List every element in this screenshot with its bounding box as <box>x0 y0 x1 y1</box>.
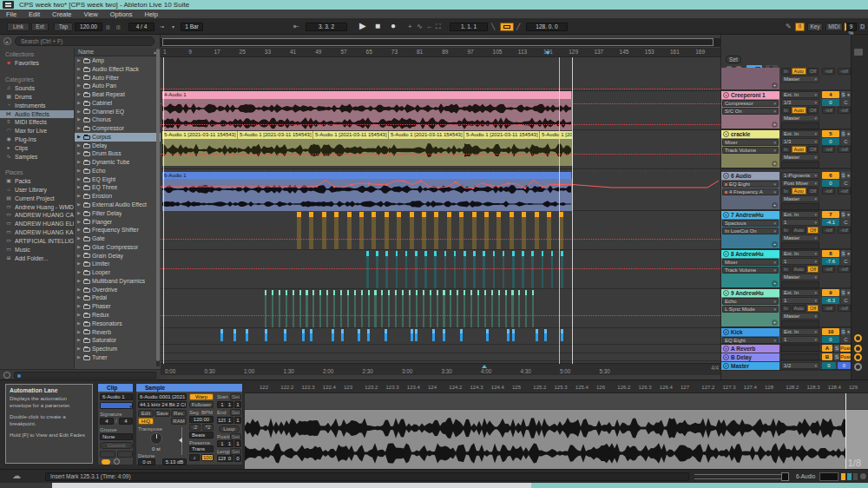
punch-in-icon[interactable]: ╲ <box>491 22 495 32</box>
add-lane-button[interactable]: + <box>772 280 778 287</box>
fold-icon[interactable]: ▾ <box>723 329 729 335</box>
menu-edit[interactable]: Edit <box>23 10 46 19</box>
device-list-header[interactable]: Name▲ <box>75 48 161 56</box>
device-item[interactable]: ▶Drum Buss <box>75 149 161 158</box>
mini-clip[interactable] <box>347 290 349 327</box>
mini-clip[interactable] <box>551 251 554 288</box>
return-c-indicator[interactable] <box>854 353 862 361</box>
send-a-field[interactable]: -inf <box>822 266 835 273</box>
device-item[interactable]: ▶Dynamic Tube <box>75 158 161 167</box>
add-lane-button[interactable]: + <box>772 161 778 167</box>
mini-clip[interactable] <box>457 290 458 327</box>
back-to-arrangement-icon[interactable]: ← <box>426 22 433 32</box>
kick-clip[interactable] <box>415 329 418 341</box>
mini-clip[interactable] <box>503 251 505 288</box>
expand-icon[interactable]: ▶ <box>77 192 82 201</box>
input-channel-chooser[interactable]: 1▾ <box>781 297 819 304</box>
time-ruler[interactable]: 4/4 0:000:301:001:302:002:303:003:304:00… <box>161 363 720 375</box>
track-header-crackle[interactable]: crackle▾Mixer▾Track Volume▾+Ext. In▾1/3▾… <box>721 130 852 169</box>
device-chooser[interactable]: Spacious▾ <box>722 220 779 227</box>
track-activator[interactable]: 8 <box>822 250 839 257</box>
device-item[interactable]: ▶Resonators <box>75 320 161 328</box>
track-lanes[interactable]: 4-Audio 15-Audio 1 [2021-03-11 154543]5-… <box>161 57 720 364</box>
clip-5-audio[interactable]: 5-Audio 1 [2021-03-11 154543] <box>313 131 389 166</box>
device-item[interactable]: ▶Tuner <box>75 353 161 362</box>
ext-button[interactable]: Ext <box>31 23 49 31</box>
device-item[interactable]: ▶Overdrive <box>75 286 161 294</box>
solo-button[interactable]: S <box>841 250 845 257</box>
expand-icon[interactable]: ▶ <box>77 260 82 268</box>
kick-clip[interactable] <box>358 329 360 341</box>
sidebar-item-max-for-live[interactable]: ◠Max for Live <box>0 127 74 135</box>
param-chooser[interactable]: Track Volume▾ <box>722 147 779 154</box>
expand-icon[interactable]: ▶ <box>77 56 82 65</box>
sidebar-item-plug-ins[interactable]: ◉Plug-Ins <box>0 135 74 144</box>
preview-icon[interactable] <box>3 372 10 379</box>
lane[interactable] <box>161 328 720 345</box>
monitor-switch[interactable]: InAutoOff <box>781 266 819 273</box>
kick-clip[interactable] <box>220 329 223 341</box>
send-b-field[interactable]: -inf <box>838 266 851 273</box>
sidebar-item-midi-effects[interactable]: ≡MIDI Effects <box>0 118 74 127</box>
pan-field[interactable]: C <box>841 180 851 187</box>
mini-clip[interactable] <box>444 251 447 288</box>
track-activator[interactable]: 4 <box>822 91 839 98</box>
expand-icon[interactable]: ▶ <box>77 353 82 362</box>
send-a-field[interactable]: -inf <box>822 305 835 312</box>
follower-button[interactable]: Follower <box>189 401 214 408</box>
send-a-field[interactable]: -inf <box>822 68 835 75</box>
sidebar-item-andrew-huang-canada-s[interactable]: ▭ANDREW HUANG CANADA S <box>0 211 74 220</box>
expand-icon[interactable]: ▶ <box>77 124 82 133</box>
length-beat[interactable]: 0 <box>226 455 233 462</box>
expand-icon[interactable]: ▶ <box>77 345 82 353</box>
output-chooser[interactable]: Master▾ <box>781 154 819 161</box>
clip-sig-num[interactable]: 4 <box>100 418 114 425</box>
return-a-indicator[interactable] <box>854 334 862 342</box>
volume-field[interactable]: -4.1 <box>822 219 839 226</box>
follow-icon[interactable]: ⇤ <box>293 22 299 32</box>
ram-button[interactable]: RAM <box>171 418 187 425</box>
mini-clip[interactable] <box>405 251 408 288</box>
add-lane-button[interactable]: + <box>772 122 778 128</box>
mini-clip[interactable] <box>535 212 539 249</box>
warp-button[interactable]: Warp <box>189 393 214 400</box>
kick-clip[interactable] <box>265 329 267 341</box>
stop-button[interactable]: ■ <box>375 21 380 31</box>
pan-field[interactable]: C <box>841 336 851 343</box>
nudge-up-icon[interactable]: ||| <box>116 22 121 32</box>
bar-ruler[interactable]: 1917253341495765738189971051131211291371… <box>161 48 720 57</box>
expand-icon[interactable]: ▶ <box>77 226 82 234</box>
sidebar-item-samples[interactable]: ∿Samples <box>0 153 74 162</box>
start-set-button[interactable]: Set <box>230 393 241 400</box>
post-button[interactable]: Post <box>840 345 851 352</box>
arrangement-position[interactable]: 3. 3. 2 <box>306 23 347 31</box>
start-six[interactable]: 1 <box>234 401 241 408</box>
expand-icon[interactable]: ▶ <box>77 167 82 175</box>
groove-field[interactable]: None <box>100 433 133 440</box>
mini-clip[interactable] <box>402 290 404 327</box>
preview-scrub-field[interactable] <box>14 372 156 379</box>
mini-clip[interactable] <box>484 212 489 249</box>
mini-clip[interactable] <box>347 212 352 249</box>
fold-icon[interactable]: ▾ <box>723 363 729 369</box>
track-header-master[interactable]: Master▾1/2▾00 <box>721 362 852 371</box>
mini-clip[interactable] <box>477 290 479 327</box>
mini-clip[interactable] <box>374 290 376 327</box>
mini-clip[interactable] <box>366 251 369 288</box>
device-item[interactable]: ▶EQ Eight <box>75 175 161 184</box>
device-item[interactable]: ▶Glue Compressor <box>75 243 161 252</box>
right-scroll-strip[interactable] <box>851 35 868 379</box>
sidebar-item-add-folder-[interactable]: ⊞Add Folder... <box>0 254 74 263</box>
output-channel-field[interactable] <box>781 281 819 288</box>
expand-icon[interactable]: ▶ <box>77 108 82 116</box>
mini-clip[interactable] <box>297 212 301 249</box>
expand-icon[interactable]: ▶ <box>77 218 82 227</box>
mini-clip[interactable] <box>491 290 493 327</box>
add-lane-button[interactable]: + <box>772 202 778 208</box>
monitor-switch[interactable]: InAutoOff <box>781 188 819 195</box>
track-header-a-reverb[interactable]: A Reverb▾ASPost <box>721 345 852 353</box>
expand-icon[interactable]: ▶ <box>77 336 82 345</box>
param-chooser[interactable]: S/C On▾ <box>722 108 779 115</box>
input-channel-chooser[interactable]: 1▾ <box>781 258 819 265</box>
track-activator[interactable]: 10 <box>822 328 839 335</box>
